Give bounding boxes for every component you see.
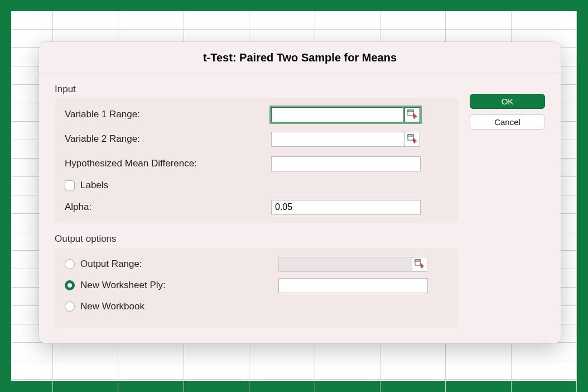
new-worksheet-input[interactable] — [278, 278, 428, 293]
new-worksheet-radio[interactable] — [65, 280, 75, 290]
dialog-title: t-Test: Paired Two Sample for Means — [39, 42, 561, 73]
spreadsheet-cell — [184, 11, 249, 30]
var1-range-label: Variable 1 Range: — [65, 109, 271, 120]
spreadsheet-cell — [249, 380, 315, 392]
output-range-label: Output Range: — [80, 259, 273, 270]
spreadsheet-cell — [11, 361, 53, 380]
output-range-picker-icon[interactable] — [412, 257, 427, 272]
spreadsheet-cell — [184, 361, 249, 380]
spreadsheet-cell — [11, 343, 53, 361]
spreadsheet-cell — [380, 11, 446, 30]
new-workbook-radio[interactable] — [65, 302, 75, 312]
spreadsheet-cell — [118, 343, 184, 361]
var2-range-input[interactable] — [271, 132, 405, 147]
output-panel: Output Range: — [55, 248, 459, 327]
var1-range-input[interactable] — [271, 107, 405, 122]
spreadsheet-cell — [380, 380, 446, 392]
input-panel: Variable 1 Range: Var — [55, 98, 459, 223]
svg-rect-3 — [408, 135, 413, 136]
spreadsheet-cell — [315, 380, 380, 392]
output-range-input[interactable] — [278, 257, 412, 272]
spreadsheet-cell — [184, 380, 249, 392]
spreadsheet-cell — [249, 361, 315, 380]
new-worksheet-label: New Worksheet Ply: — [80, 280, 273, 291]
input-section-heading: Input — [55, 84, 459, 95]
spreadsheet-cell — [249, 11, 315, 30]
spreadsheet-cell — [380, 343, 446, 361]
spreadsheet-cell — [512, 380, 577, 392]
spreadsheet-cell — [118, 11, 184, 30]
ttest-dialog: t-Test: Paired Two Sample for Means Inpu… — [39, 42, 561, 343]
spreadsheet-cell — [249, 343, 315, 361]
spreadsheet-cell — [184, 343, 249, 361]
spreadsheet-cell — [512, 11, 577, 30]
spreadsheet-cell — [315, 11, 380, 30]
spreadsheet-cell — [512, 343, 577, 361]
spreadsheet-cell — [512, 361, 577, 380]
spreadsheet-cell — [446, 361, 511, 380]
spreadsheet-cell — [11, 11, 53, 30]
spreadsheet-cell — [446, 11, 511, 30]
var2-range-picker-icon[interactable] — [404, 132, 420, 147]
hyp-mean-diff-input[interactable] — [271, 156, 421, 171]
svg-rect-1 — [408, 110, 413, 112]
spreadsheet-cell — [53, 380, 118, 392]
hyp-mean-diff-label: Hypothesized Mean Difference: — [65, 158, 271, 169]
output-section-heading: Output options — [55, 233, 459, 245]
labels-checkbox-label: Labels — [80, 180, 108, 191]
spreadsheet-cell — [380, 361, 446, 380]
labels-checkbox[interactable] — [65, 180, 75, 190]
output-range-radio[interactable] — [65, 259, 75, 269]
spreadsheet-cell — [11, 380, 53, 392]
alpha-input[interactable] — [271, 200, 421, 215]
spreadsheet-cell — [118, 380, 184, 392]
cancel-button[interactable]: Cancel — [470, 114, 545, 130]
spreadsheet-cell — [446, 380, 511, 392]
spreadsheet-cell — [446, 343, 511, 361]
new-workbook-label: New Workbook — [80, 301, 270, 312]
var2-range-label: Variable 2 Range: — [65, 133, 271, 145]
ok-button[interactable]: OK — [470, 94, 545, 109]
spreadsheet-cell — [118, 361, 184, 380]
spreadsheet-cell — [53, 361, 118, 380]
spreadsheet-cell — [53, 11, 118, 30]
var1-range-picker-icon[interactable] — [404, 107, 420, 122]
svg-rect-5 — [415, 260, 421, 261]
alpha-label: Alpha: — [65, 202, 271, 213]
spreadsheet-cell — [315, 361, 380, 380]
spreadsheet-cell — [315, 343, 380, 361]
spreadsheet-cell — [53, 343, 118, 361]
